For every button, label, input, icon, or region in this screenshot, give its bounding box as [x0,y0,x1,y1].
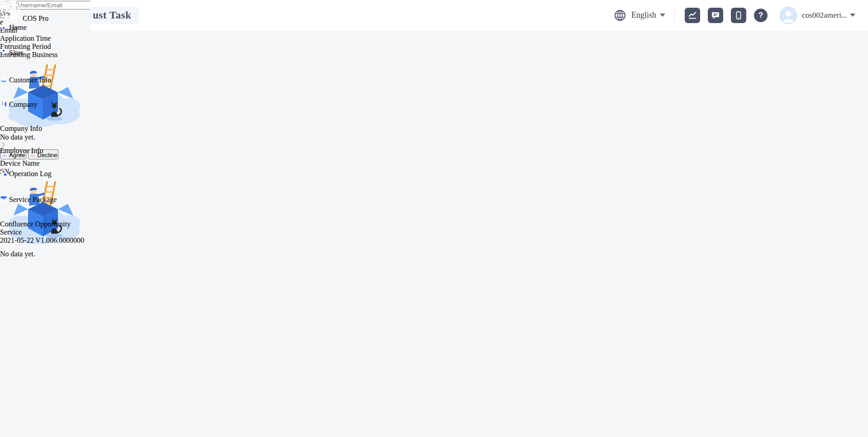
building-icon [0,101,9,108]
sidebar-footer-service-name: Confluence Opportunity Service [0,220,91,236]
sidebar-item-service-package[interactable]: Service Package [0,195,91,220]
logo-suffix: Pro [38,14,48,22]
sidebar-item-employee-info[interactable]: Employee Info [0,147,91,169]
globe-icon[interactable] [613,9,627,22]
sidebar-item-sites[interactable]: Sites [0,48,91,75]
sidebar-item-customer-info[interactable]: Customer Info [0,75,91,100]
briefcase-icon [0,196,9,203]
pagination-bar [0,141,868,149]
mobile-icon[interactable] [731,8,746,23]
sidebar-item-company[interactable]: Company [0,100,91,125]
help-icon[interactable]: ? [754,9,768,22]
home-icon [0,24,9,31]
message-icon[interactable] [708,8,723,23]
avatar [779,6,797,24]
entrust-task-panel: e Email Application Time Entrusting Peri… [0,18,868,149]
column-header-sn: SN [0,168,868,176]
app-logo[interactable]: COS Pro [0,0,91,23]
sidebar-item-operation-log[interactable]: Operation Log [0,169,91,195]
user-menu[interactable]: cos002ameri... [779,6,855,24]
language-selector-label[interactable]: English [631,10,656,20]
logo-text: COS [23,14,37,22]
person-icon [0,76,9,84]
language-caret-down-icon[interactable] [660,14,665,17]
sidebar-footer-version: 2021-05-22 V1.006.0000000 [0,236,91,245]
device-table-header: Device Name SN [0,159,868,176]
tab-entrust-task[interactable]: ust Task [90,7,139,24]
tab-entrust-task-label: ust Task [93,10,131,21]
cos-logo-icon [0,0,21,21]
device-panel: Agree Decline Device Name SN [0,149,868,258]
user-caret-down-icon [850,14,855,17]
sidebar: COS Pro Home Sites [0,0,91,437]
sidebar-item-home[interactable]: Home [0,23,91,48]
location-pin-icon [0,49,9,57]
header-divider [674,10,675,21]
username-label: cos002ameri... [802,11,844,20]
sidebar-item-company-info[interactable]: Company Info [0,125,91,147]
document-icon [0,170,9,178]
header-right-cluster: English ? cos002ameri... [613,0,868,30]
column-header-device-name: Device Name [0,159,868,168]
device-actions: Agree Decline [0,149,868,159]
survey-icon[interactable] [685,8,700,23]
